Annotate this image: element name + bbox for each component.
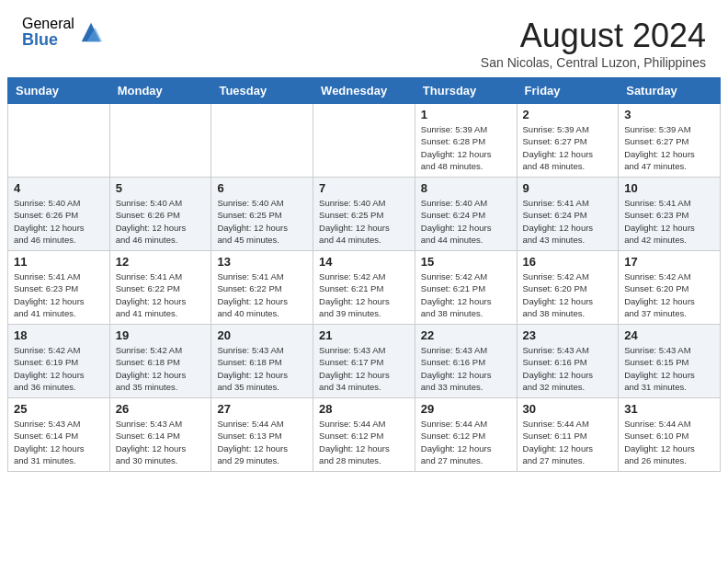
calendar-table: Sunday Monday Tuesday Wednesday Thursday… <box>7 77 721 472</box>
day-info: Sunrise: 5:44 AM Sunset: 6:13 PM Dayligh… <box>217 418 307 466</box>
calendar-cell: 1Sunrise: 5:39 AM Sunset: 6:28 PM Daylig… <box>415 104 517 178</box>
calendar-cell <box>109 104 211 178</box>
calendar-cell: 19Sunrise: 5:42 AM Sunset: 6:18 PM Dayli… <box>109 325 211 398</box>
day-info: Sunrise: 5:42 AM Sunset: 6:21 PM Dayligh… <box>421 270 511 319</box>
day-number: 23 <box>523 328 613 342</box>
day-info: Sunrise: 5:43 AM Sunset: 6:18 PM Dayligh… <box>217 344 307 393</box>
calendar-cell: 10Sunrise: 5:41 AM Sunset: 6:23 PM Dayli… <box>619 178 721 251</box>
day-number: 10 <box>624 181 714 195</box>
calendar-cell: 8Sunrise: 5:40 AM Sunset: 6:24 PM Daylig… <box>415 178 517 251</box>
calendar-cell: 2Sunrise: 5:39 AM Sunset: 6:27 PM Daylig… <box>517 104 619 178</box>
day-number: 2 <box>523 108 613 121</box>
calendar-cell: 25Sunrise: 5:43 AM Sunset: 6:14 PM Dayli… <box>8 398 110 472</box>
calendar-row-4: 18Sunrise: 5:42 AM Sunset: 6:19 PM Dayli… <box>8 325 721 398</box>
header-tuesday: Tuesday <box>211 78 313 104</box>
calendar-cell: 23Sunrise: 5:43 AM Sunset: 6:16 PM Dayli… <box>517 325 619 398</box>
day-info: Sunrise: 5:41 AM Sunset: 6:22 PM Dayligh… <box>217 270 307 319</box>
header-wednesday: Wednesday <box>313 78 415 104</box>
day-info: Sunrise: 5:40 AM Sunset: 6:26 PM Dayligh… <box>14 197 104 246</box>
day-number: 14 <box>319 255 409 269</box>
calendar-body: 1Sunrise: 5:39 AM Sunset: 6:28 PM Daylig… <box>8 104 721 472</box>
page-container: General Blue August 2024 San Nicolas, Ce… <box>0 0 728 479</box>
calendar-cell: 20Sunrise: 5:43 AM Sunset: 6:18 PM Dayli… <box>211 325 313 398</box>
day-number: 26 <box>116 402 206 416</box>
day-info: Sunrise: 5:42 AM Sunset: 6:20 PM Dayligh… <box>624 270 714 319</box>
day-number: 7 <box>319 181 409 195</box>
days-header-row: Sunday Monday Tuesday Wednesday Thursday… <box>8 78 721 104</box>
calendar-cell: 21Sunrise: 5:43 AM Sunset: 6:17 PM Dayli… <box>313 325 415 398</box>
day-info: Sunrise: 5:40 AM Sunset: 6:25 PM Dayligh… <box>319 197 409 246</box>
location: San Nicolas, Central Luzon, Philippines <box>481 55 706 70</box>
logo-icon <box>78 19 104 45</box>
calendar-cell: 5Sunrise: 5:40 AM Sunset: 6:26 PM Daylig… <box>109 178 211 251</box>
day-number: 4 <box>14 181 104 195</box>
day-number: 19 <box>116 328 206 342</box>
calendar-cell: 26Sunrise: 5:43 AM Sunset: 6:14 PM Dayli… <box>109 398 211 472</box>
day-number: 27 <box>217 402 307 416</box>
calendar-cell <box>8 104 110 178</box>
day-info: Sunrise: 5:41 AM Sunset: 6:23 PM Dayligh… <box>624 197 714 246</box>
calendar-cell: 24Sunrise: 5:43 AM Sunset: 6:15 PM Dayli… <box>619 325 721 398</box>
calendar-cell: 15Sunrise: 5:42 AM Sunset: 6:21 PM Dayli… <box>415 251 517 325</box>
calendar-cell: 16Sunrise: 5:42 AM Sunset: 6:20 PM Dayli… <box>517 251 619 325</box>
header-thursday: Thursday <box>415 78 517 104</box>
day-info: Sunrise: 5:42 AM Sunset: 6:21 PM Dayligh… <box>319 270 409 319</box>
header-monday: Monday <box>109 78 211 104</box>
calendar-row-2: 4Sunrise: 5:40 AM Sunset: 6:26 PM Daylig… <box>8 178 721 251</box>
calendar-cell <box>211 104 313 178</box>
day-info: Sunrise: 5:39 AM Sunset: 6:27 PM Dayligh… <box>523 123 613 172</box>
day-info: Sunrise: 5:44 AM Sunset: 6:11 PM Dayligh… <box>523 418 613 466</box>
day-number: 29 <box>421 402 511 416</box>
day-info: Sunrise: 5:44 AM Sunset: 6:12 PM Dayligh… <box>421 418 511 466</box>
day-info: Sunrise: 5:41 AM Sunset: 6:24 PM Dayligh… <box>523 197 613 246</box>
calendar-cell: 4Sunrise: 5:40 AM Sunset: 6:26 PM Daylig… <box>8 178 110 251</box>
day-info: Sunrise: 5:43 AM Sunset: 6:16 PM Dayligh… <box>421 344 511 393</box>
logo: General Blue <box>22 17 104 48</box>
calendar-cell: 22Sunrise: 5:43 AM Sunset: 6:16 PM Dayli… <box>415 325 517 398</box>
calendar-cell: 12Sunrise: 5:41 AM Sunset: 6:22 PM Dayli… <box>109 251 211 325</box>
header-sunday: Sunday <box>8 78 110 104</box>
calendar-cell: 29Sunrise: 5:44 AM Sunset: 6:12 PM Dayli… <box>415 398 517 472</box>
header: General Blue August 2024 San Nicolas, Ce… <box>0 0 728 77</box>
calendar-cell: 18Sunrise: 5:42 AM Sunset: 6:19 PM Dayli… <box>8 325 110 398</box>
calendar-cell: 13Sunrise: 5:41 AM Sunset: 6:22 PM Dayli… <box>211 251 313 325</box>
day-number: 25 <box>14 402 104 416</box>
title-section: August 2024 San Nicolas, Central Luzon, … <box>481 17 706 70</box>
day-number: 17 <box>624 255 714 269</box>
calendar-cell: 3Sunrise: 5:39 AM Sunset: 6:27 PM Daylig… <box>619 104 721 178</box>
day-number: 8 <box>421 181 511 195</box>
day-number: 13 <box>217 255 307 269</box>
header-saturday: Saturday <box>619 78 721 104</box>
day-number: 24 <box>624 328 714 342</box>
calendar-header: Sunday Monday Tuesday Wednesday Thursday… <box>8 78 721 104</box>
calendar-row-3: 11Sunrise: 5:41 AM Sunset: 6:23 PM Dayli… <box>8 251 721 325</box>
day-number: 9 <box>523 181 613 195</box>
calendar-cell: 11Sunrise: 5:41 AM Sunset: 6:23 PM Dayli… <box>8 251 110 325</box>
calendar-cell: 31Sunrise: 5:44 AM Sunset: 6:10 PM Dayli… <box>619 398 721 472</box>
day-info: Sunrise: 5:42 AM Sunset: 6:18 PM Dayligh… <box>116 344 206 393</box>
day-number: 3 <box>624 108 714 121</box>
calendar-cell: 30Sunrise: 5:44 AM Sunset: 6:11 PM Dayli… <box>517 398 619 472</box>
day-number: 21 <box>319 328 409 342</box>
day-number: 11 <box>14 255 104 269</box>
day-number: 30 <box>523 402 613 416</box>
calendar-cell: 9Sunrise: 5:41 AM Sunset: 6:24 PM Daylig… <box>517 178 619 251</box>
day-info: Sunrise: 5:40 AM Sunset: 6:25 PM Dayligh… <box>217 197 307 246</box>
logo-blue: Blue <box>22 31 74 48</box>
calendar-cell: 28Sunrise: 5:44 AM Sunset: 6:12 PM Dayli… <box>313 398 415 472</box>
calendar-cell: 14Sunrise: 5:42 AM Sunset: 6:21 PM Dayli… <box>313 251 415 325</box>
logo-general: General <box>22 17 74 31</box>
calendar-cell: 17Sunrise: 5:42 AM Sunset: 6:20 PM Dayli… <box>619 251 721 325</box>
day-info: Sunrise: 5:43 AM Sunset: 6:16 PM Dayligh… <box>523 344 613 393</box>
day-info: Sunrise: 5:43 AM Sunset: 6:14 PM Dayligh… <box>116 418 206 466</box>
day-info: Sunrise: 5:40 AM Sunset: 6:24 PM Dayligh… <box>421 197 511 246</box>
day-info: Sunrise: 5:43 AM Sunset: 6:15 PM Dayligh… <box>624 344 714 393</box>
day-info: Sunrise: 5:43 AM Sunset: 6:14 PM Dayligh… <box>14 418 104 466</box>
day-number: 28 <box>319 402 409 416</box>
calendar-cell: 7Sunrise: 5:40 AM Sunset: 6:25 PM Daylig… <box>313 178 415 251</box>
calendar-cell <box>313 104 415 178</box>
calendar-cell: 6Sunrise: 5:40 AM Sunset: 6:25 PM Daylig… <box>211 178 313 251</box>
day-info: Sunrise: 5:41 AM Sunset: 6:22 PM Dayligh… <box>116 270 206 319</box>
day-info: Sunrise: 5:44 AM Sunset: 6:10 PM Dayligh… <box>624 418 714 466</box>
day-number: 12 <box>116 255 206 269</box>
